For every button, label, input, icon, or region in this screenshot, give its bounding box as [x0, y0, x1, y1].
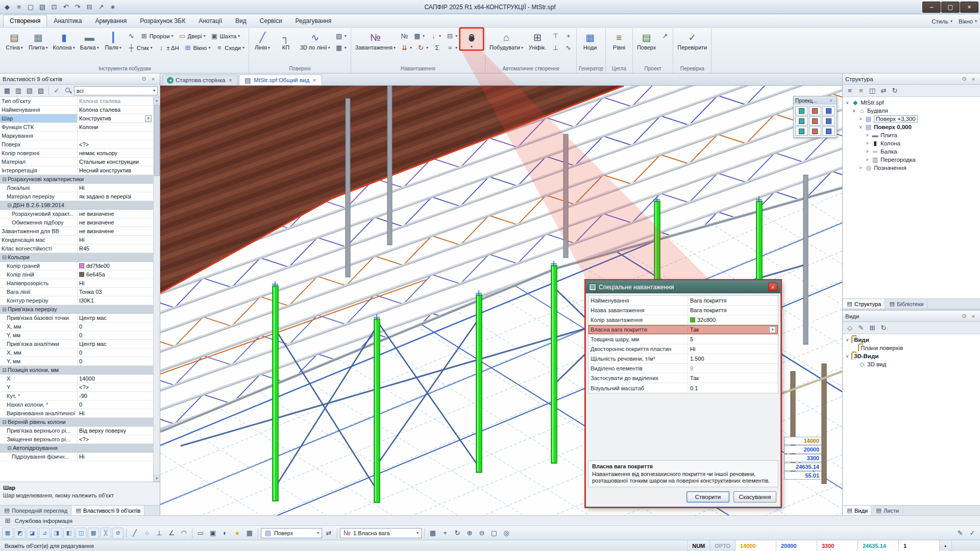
- ribbon-tool-Сходи[interactable]: ≡Сходи▾: [213, 42, 247, 53]
- snap-center-button[interactable]: ◫: [76, 528, 87, 539]
- property-value[interactable]: Колона сталева: [78, 106, 153, 114]
- property-value[interactable]: Ні: [78, 409, 153, 417]
- floor-combo[interactable]: ▤Поверх▾: [261, 528, 322, 538]
- ribbon-tool-anchor[interactable]: ⊥: [550, 42, 561, 53]
- chevron-down-icon[interactable]: ∨: [858, 124, 863, 130]
- chevron-down-icon[interactable]: ∨: [845, 100, 850, 105]
- menu-tab-Сервіси[interactable]: Сервіси: [253, 15, 289, 27]
- edit-select-button[interactable]: ✓: [967, 528, 978, 539]
- menu-tab-Редагування[interactable]: Редагування: [289, 15, 338, 27]
- snap-none-button[interactable]: ⊘: [112, 528, 124, 539]
- scroll-up-button[interactable]: ▴: [154, 97, 160, 104]
- chevron-right-icon[interactable]: >: [865, 157, 870, 162]
- ribbon-tool-pressure[interactable]: ⇊▾: [399, 42, 414, 53]
- ribbon-tool-3D по лінії[interactable]: ∿3D по лінії▾: [298, 29, 332, 51]
- property-value[interactable]: Конструктив▾: [78, 114, 153, 122]
- dropdown-button[interactable]: ▾: [769, 327, 776, 333]
- structure-item-Перегородка[interactable]: >▥Перегородка: [843, 156, 980, 164]
- close-icon[interactable]: ×: [227, 78, 233, 83]
- ribbon-tool-Поверх[interactable]: ▤Поверх: [635, 29, 658, 51]
- ribbon-tool-mesh[interactable]: ▦▾: [333, 42, 349, 53]
- property-value[interactable]: як задано в перерізі: [78, 192, 153, 201]
- ribbon-tool-bolt[interactable]: ∿: [126, 31, 137, 41]
- ribbon-tool-Вікно[interactable]: ⊞Вікно▾: [182, 42, 212, 53]
- proj-xy-button[interactable]: [795, 106, 808, 115]
- structure-levels-button[interactable]: ≡: [856, 86, 866, 96]
- property-value[interactable]: Стальные конструкции: [78, 158, 153, 166]
- scroll-down-button[interactable]: ▾: [154, 475, 160, 482]
- property-value[interactable]: Тонка 03: [78, 288, 153, 296]
- scrollbar-track[interactable]: [154, 104, 160, 475]
- property-value[interactable]: 0: [78, 331, 153, 339]
- property-value[interactable]: I30K1: [78, 296, 153, 305]
- props-section-Позиція колони, мм[interactable]: ⊟Позиція колони, мм: [0, 366, 153, 374]
- property-value[interactable]: Ні: [78, 236, 153, 244]
- ribbon-tool-Стіна[interactable]: ▤Стіна▾: [3, 29, 26, 51]
- ribbon-tool-Завантаження[interactable]: №Завантаження▾: [353, 29, 398, 51]
- props-section-Верхній рівень колони[interactable]: ⊟Верхній рівень колони: [0, 418, 153, 427]
- props-section-Розрахункові характеристики[interactable]: ⊟Розрахункові характеристики: [0, 175, 153, 184]
- property-value[interactable]: Центр мас: [78, 314, 153, 322]
- dialog-button-Скасування[interactable]: Скасування: [733, 491, 776, 503]
- qat-settings-button[interactable]: ∗: [107, 2, 118, 13]
- property-value[interactable]: <?>: [78, 435, 153, 443]
- ribbon-tool-sum[interactable]: Σ: [431, 42, 443, 53]
- dialog-titlebar[interactable]: ⊞ Спеціальне навантаження ×: [586, 281, 780, 293]
- scrollbar-thumb[interactable]: [154, 105, 160, 176]
- qat-open-button[interactable]: ▤: [37, 2, 48, 13]
- ribbon-tool-Прорізи[interactable]: ⊞Прорізи▾: [138, 31, 176, 41]
- views-item-3D вид[interactable]: ◇3D вид: [843, 360, 980, 368]
- pin-icon[interactable]: ⊙: [960, 312, 968, 320]
- link-floors-button[interactable]: ⇄: [323, 528, 334, 539]
- property-value[interactable]: Від верху поверху: [78, 427, 153, 435]
- property-value[interactable]: 0: [78, 357, 153, 365]
- qat-menu-button[interactable]: ≡: [13, 2, 24, 13]
- num-indicator[interactable]: NUM: [687, 540, 709, 551]
- ribbon-tool-Паля[interactable]: ┃Паля▾: [102, 29, 125, 51]
- chevron-right-icon[interactable]: >: [865, 141, 870, 146]
- structure-item-Поверх 0,000[interactable]: ∨▤Поверх 0,000: [843, 123, 980, 131]
- chevron-down-icon[interactable]: ∨: [845, 337, 850, 342]
- service-info-bar[interactable]: ⊞ Службова інформація: [0, 515, 980, 525]
- property-value[interactable]: Ні: [78, 279, 153, 287]
- display-box-button[interactable]: ▭: [195, 528, 206, 539]
- menu-tab-Створення[interactable]: Створення: [3, 15, 47, 27]
- views-item-Плани поверхів[interactable]: Плани поверхів: [843, 344, 980, 352]
- view-tab-MtStr.spf:Общий вид[interactable]: ▤MtStr.spf:Общий вид×: [239, 74, 322, 85]
- ribbon-tool-forcedown[interactable]: ↓▾: [428, 31, 443, 41]
- 3d-viewport[interactable]: Проекц... × 1400020000330024635.1455.01 …: [160, 86, 842, 515]
- draw-circle-button[interactable]: ○: [141, 528, 153, 539]
- props-apply-button[interactable]: ✓: [52, 86, 62, 96]
- zoom-window-button[interactable]: ▢: [488, 528, 500, 539]
- chevron-right-icon[interactable]: >: [858, 165, 863, 170]
- proj-free-button[interactable]: [822, 127, 835, 136]
- proj-side-button[interactable]: [822, 116, 835, 126]
- structure-item-Балка[interactable]: >═Балка: [843, 147, 980, 156]
- close-icon[interactable]: ×: [311, 78, 317, 83]
- ribbon-tool-Плита[interactable]: ▦Плита▾: [27, 29, 50, 51]
- property-value[interactable]: Колони: [78, 123, 153, 131]
- structure-item-Колона[interactable]: >▮Колона: [843, 139, 980, 147]
- snap-nearest-button[interactable]: ◧: [63, 528, 75, 539]
- views-edit-button[interactable]: ✎: [856, 323, 866, 333]
- proj-yz-button[interactable]: [822, 106, 835, 115]
- ribbon-tool-moment[interactable]: ↻▾: [415, 42, 430, 53]
- properties-tab-Попередній перегляд[interactable]: ▤Попередній перегляд: [0, 506, 71, 515]
- edit-pencil-button[interactable]: ✎: [954, 528, 966, 539]
- draw-angle-button[interactable]: ∠: [166, 528, 177, 539]
- dialog-row-value[interactable]: 32c800: [688, 315, 778, 324]
- property-value[interactable]: 14000: [78, 374, 153, 383]
- qat-new-button[interactable]: ▢: [25, 2, 36, 13]
- structure-item-Позначення[interactable]: >◎Позначення: [843, 164, 980, 172]
- menu-tab-Армування[interactable]: Армування: [89, 15, 134, 27]
- property-value[interactable]: Ні: [78, 453, 153, 461]
- dialog-row-value[interactable]: Вага покриття: [688, 306, 778, 315]
- snap-grid-button[interactable]: ▦: [2, 528, 13, 539]
- load-case-combo[interactable]: №1.Власна вага▾: [340, 528, 422, 538]
- properties-scrollbar[interactable]: ▴▾: [153, 97, 160, 482]
- props-search-button[interactable]: [63, 86, 73, 96]
- property-value[interactable]: <?>: [78, 140, 153, 148]
- ribbon-tool-surface[interactable]: ▧▾: [333, 31, 349, 41]
- ribbon-tool-Побудувати[interactable]: ⌂Побудувати▾: [487, 29, 525, 51]
- property-value[interactable]: Несний конструктив: [78, 166, 153, 174]
